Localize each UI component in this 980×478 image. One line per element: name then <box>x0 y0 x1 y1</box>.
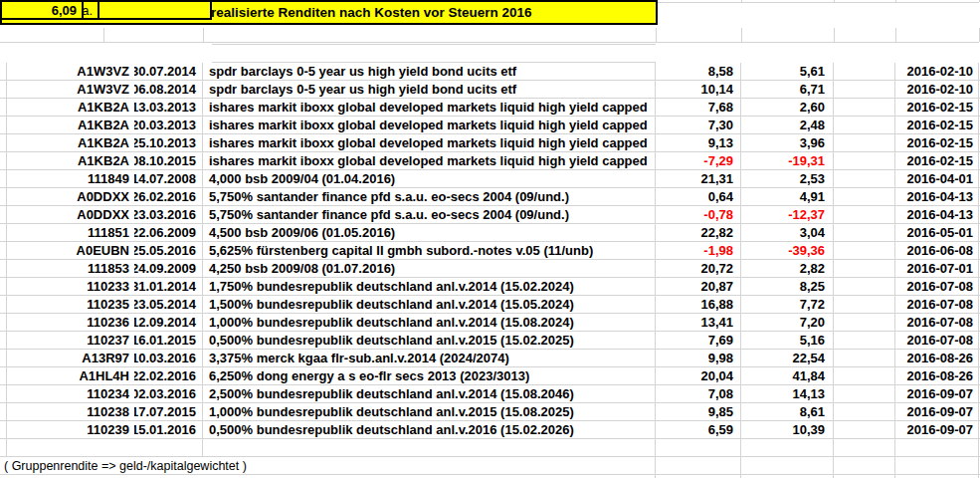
cell-empty[interactable] <box>834 152 895 169</box>
cell-sell-date[interactable] <box>134 439 203 456</box>
cell-settlement-date[interactable]: 2016-09-07 <box>895 403 979 420</box>
cell-security-name[interactable]: 0,500% bundesrepublik deutschland anl.v.… <box>203 421 656 438</box>
cell-settlement-date[interactable]: 2016-02-15 <box>895 134 979 151</box>
cell-empty[interactable] <box>834 63 895 80</box>
cell-sell-date[interactable]: 06.08.2014 <box>134 81 203 98</box>
cell-wkn[interactable]: A1W3VZ <box>7 81 134 98</box>
cell-empty[interactable] <box>834 457 895 474</box>
cell-rendite-pa[interactable]: 22,54 <box>741 350 834 366</box>
row-margin-cell[interactable] <box>0 421 7 438</box>
cell-rendite-pa[interactable]: 10,39 <box>741 421 834 438</box>
row-margin-cell[interactable] <box>0 99 7 116</box>
row-margin-cell[interactable] <box>0 332 7 349</box>
cell-security-name[interactable]: ishares markit iboxx global developed ma… <box>203 134 656 151</box>
cell-security-name[interactable]: 5,625% fürstenberg capital II gmbh subor… <box>203 242 656 259</box>
cell-wkn[interactable]: A0EUBN <box>7 242 134 259</box>
cell-wkn[interactable]: A1KB2A <box>7 117 134 133</box>
cell-rendite[interactable]: -0,78 <box>656 206 741 223</box>
row-margin-cell[interactable] <box>0 152 7 169</box>
cell-rendite-pa[interactable]: 2,60 <box>741 99 834 116</box>
cell-rendite[interactable]: 22,82 <box>656 224 741 241</box>
cell-security-name[interactable]: 0,500% bundesrepublik deutschland anl.v.… <box>203 332 656 349</box>
cell-rendite[interactable]: 9,85 <box>656 403 741 420</box>
cell-rendite-pa[interactable]: 6,71 <box>741 81 834 98</box>
cell-wkn[interactable]: 110236 <box>7 314 134 331</box>
cell-wkn[interactable]: 110238 <box>7 403 134 420</box>
cell-rendite[interactable] <box>656 439 741 456</box>
cell-rendite-pa[interactable]: 7,72 <box>741 296 834 313</box>
row-margin-cell[interactable] <box>0 170 7 187</box>
cell-settlement-date[interactable]: 2016-02-15 <box>895 117 979 133</box>
cell-sell-date[interactable]: 08.10.2015 <box>134 152 203 169</box>
row-margin-cell[interactable] <box>0 314 7 331</box>
cell-rendite[interactable]: 7,68 <box>656 99 741 116</box>
cell-sell-date[interactable]: 31.01.2014 <box>134 278 203 295</box>
cell-settlement-date[interactable]: 2016-05-01 <box>895 224 979 241</box>
row-margin-cell[interactable] <box>0 206 7 223</box>
cell-empty[interactable] <box>834 170 895 187</box>
cell-sell-date[interactable]: 25.10.2013 <box>134 134 203 151</box>
cell-wkn[interactable] <box>7 439 134 456</box>
cell-settlement-date[interactable]: 2016-04-13 <box>895 188 979 205</box>
cell-security-name[interactable]: 5,750% santander finance pfd s.a.u. eo-s… <box>203 206 656 223</box>
cell-sell-date[interactable]: 22.06.2009 <box>134 224 203 241</box>
cell-rendite[interactable]: 20,04 <box>656 367 741 384</box>
cell-rendite[interactable]: 16,88 <box>656 296 741 313</box>
cell-security-name[interactable] <box>203 439 656 456</box>
cell-empty[interactable] <box>834 296 895 313</box>
cell-wkn[interactable]: 111849 <box>7 170 134 187</box>
cell-sell-date[interactable]: 20.03.2013 <box>134 117 203 133</box>
cell-settlement-date[interactable]: 2016-02-15 <box>895 99 979 116</box>
cell-wkn[interactable]: A1KB2A <box>7 99 134 116</box>
cell-security-name[interactable]: ishares markit iboxx global developed ma… <box>203 117 656 133</box>
cell-empty[interactable] <box>895 457 979 474</box>
row-margin-cell[interactable] <box>0 278 7 295</box>
row-margin-cell[interactable] <box>0 224 7 241</box>
cell-rendite[interactable]: 20,87 <box>656 278 741 295</box>
cell-wkn[interactable]: A1KB2A <box>7 152 134 169</box>
cell-wkn[interactable]: A13R97 <box>7 350 134 366</box>
cell-settlement-date[interactable]: 2016-08-26 <box>895 367 979 384</box>
cell-settlement-date[interactable]: 2016-02-10 <box>895 81 979 98</box>
cell-rendite-pa[interactable]: -19,31 <box>741 152 834 169</box>
cell-wkn[interactable]: A0DDXX <box>7 206 134 223</box>
cell-rendite[interactable]: 20,72 <box>656 260 741 277</box>
row-margin-cell[interactable] <box>0 81 7 98</box>
cell-rendite-pa[interactable]: 14,13 <box>741 385 834 402</box>
cell-empty[interactable] <box>741 457 834 474</box>
row-margin-cell[interactable] <box>0 188 7 205</box>
row-margin-cell[interactable] <box>0 63 7 80</box>
cell-rendite[interactable]: 9,98 <box>656 350 741 366</box>
cell-settlement-date[interactable]: 2016-04-13 <box>895 206 979 223</box>
cell-sell-date[interactable]: 23.03.2016 <box>134 206 203 223</box>
row-margin-cell[interactable] <box>0 367 7 384</box>
row-margin-cell[interactable] <box>0 439 7 456</box>
row-margin-cell[interactable] <box>0 242 7 259</box>
cell-empty[interactable] <box>834 206 895 223</box>
footer-note[interactable]: ( Gruppenrendite => geld-/kapitalgewicht… <box>0 457 656 474</box>
cell-settlement-date[interactable]: 2016-07-08 <box>895 278 979 295</box>
cell-security-name[interactable]: 5,750% santander finance pfd s.a.u. eo-s… <box>203 188 656 205</box>
cell-empty[interactable] <box>834 367 895 384</box>
cell-wkn[interactable]: A1KB2A <box>7 134 134 151</box>
cell-wkn[interactable]: 111853 <box>7 260 134 277</box>
row-margin-cell[interactable] <box>0 350 7 366</box>
cell-settlement-date[interactable]: 2016-07-08 <box>895 296 979 313</box>
cell-settlement-date[interactable]: 2016-02-10 <box>895 63 979 80</box>
cell-empty[interactable] <box>834 332 895 349</box>
cell-rendite-pa[interactable] <box>741 439 834 456</box>
cell-sell-date[interactable]: 15.01.2016 <box>134 421 203 438</box>
cell-empty[interactable] <box>834 439 895 456</box>
cell-sell-date[interactable]: 25.05.2016 <box>134 242 203 259</box>
cell-rendite[interactable]: 0,64 <box>656 188 741 205</box>
cell-settlement-date[interactable]: 2016-06-08 <box>895 242 979 259</box>
cell-wkn[interactable]: 110233 <box>7 278 134 295</box>
cell-rendite-pa[interactable]: -12,37 <box>741 206 834 223</box>
cell-rendite[interactable]: 9,13 <box>656 134 741 151</box>
cell-wkn[interactable]: A1W3VZ <box>7 63 134 80</box>
cell-rendite[interactable]: 13,41 <box>656 314 741 331</box>
cell-empty[interactable] <box>834 99 895 116</box>
row-margin-cell[interactable] <box>0 403 7 420</box>
cell-rendite[interactable]: 7,30 <box>656 117 741 133</box>
cell-empty[interactable] <box>834 278 895 295</box>
